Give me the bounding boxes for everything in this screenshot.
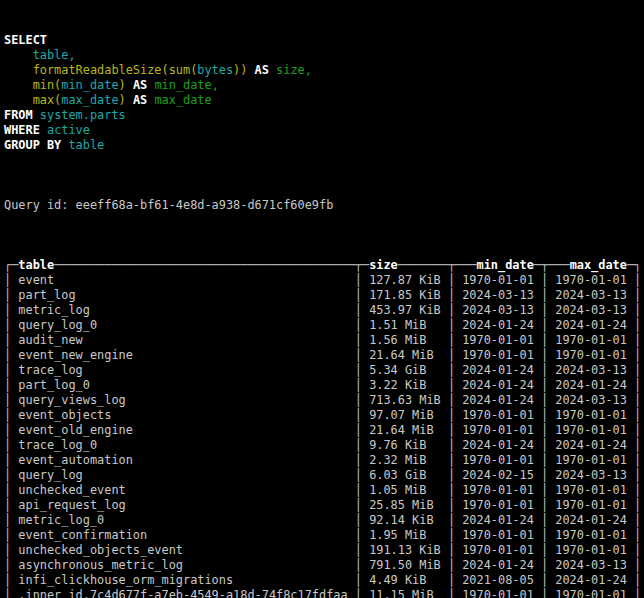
table-cell-size: 11.15 MiB (369, 588, 441, 598)
table-cell-table: event_confirmation (18, 528, 347, 542)
table-cell-size: 453.97 KiB (369, 303, 441, 317)
table-cell-max_date: 2024-01-24 (555, 378, 627, 392)
table-row: │ event │ 127.87 KiB │ 1970-01-01 │ 1970… (4, 273, 644, 288)
table-cell-max_date: 1970-01-01 (555, 348, 627, 362)
table-cell-min_date: 2024-03-13 (462, 288, 534, 302)
table-cell-size: 1.95 MiB (369, 528, 441, 542)
table-cell-max_date: 2024-03-13 (555, 393, 627, 407)
table-row: │ infi_clickhouse_orm_migrations │ 4.49 … (4, 573, 644, 588)
table-cell-min_date: 1970-01-01 (462, 528, 534, 542)
table-cell-size: 191.13 KiB (369, 543, 441, 557)
table-cell-table: asynchronous_metric_log (18, 558, 347, 572)
table-cell-max_date: 2024-01-24 (555, 438, 627, 452)
table-cell-table: query_log (18, 468, 347, 482)
table-cell-min_date: 1970-01-01 (462, 273, 534, 287)
table-cell-table: unchecked_event (18, 483, 347, 497)
table-cell-max_date: 1970-01-01 (555, 453, 627, 467)
table-cell-max_date: 2024-01-24 (555, 573, 627, 587)
table-cell-min_date: 2024-03-13 (462, 303, 534, 317)
table-cell-size: 21.64 MiB (369, 423, 441, 437)
table-cell-min_date: 1970-01-01 (462, 333, 534, 347)
table-cell-min_date: 1970-01-01 (462, 408, 534, 422)
table-cell-min_date: 1970-01-01 (462, 543, 534, 557)
sql-query: SELECT table, formatReadableSize(sum(byt… (4, 33, 644, 153)
table-cell-max_date: 2024-03-13 (555, 558, 627, 572)
table-cell-size: 21.64 MiB (369, 348, 441, 362)
table-row: │ part_log_0 │ 3.22 KiB │ 2024-01-24 │ 2… (4, 378, 644, 393)
table-row: │ query_views_log │ 713.63 MiB │ 2024-01… (4, 393, 644, 408)
table-row: │ event_old_engine │ 21.64 MiB │ 1970-01… (4, 423, 644, 438)
column-header-size: size (369, 258, 398, 272)
table-cell-table: trace_log_0 (18, 438, 347, 452)
table-cell-size: 127.87 KiB (369, 273, 441, 287)
table-cell-size: 4.49 KiB (369, 573, 441, 587)
table-row: │ event_automation │ 2.32 MiB │ 1970-01-… (4, 453, 644, 468)
table-cell-min_date: 2024-01-24 (462, 378, 534, 392)
table-cell-size: 92.14 KiB (369, 513, 441, 527)
table-cell-min_date: 2024-01-24 (462, 363, 534, 377)
table-cell-size: 1.05 MiB (369, 483, 441, 497)
table-cell-min_date: 1970-01-01 (462, 348, 534, 362)
query-id-line: Query id: eeeff68a-bf61-4e8d-a938-d671cf… (4, 198, 644, 213)
table-cell-max_date: 2024-01-24 (555, 318, 627, 332)
terminal[interactable]: SELECT table, formatReadableSize(sum(byt… (0, 0, 644, 598)
table-cell-size: 713.63 MiB (369, 393, 441, 407)
table-row: │ event_new_engine │ 21.64 MiB │ 1970-01… (4, 348, 644, 363)
table-row: │ .inner_id.7c4d677f-a7eb-4549-a18d-74f8… (4, 588, 644, 598)
table-cell-size: 791.50 MiB (369, 558, 441, 572)
table-cell-max_date: 1970-01-01 (555, 483, 627, 497)
table-cell-min_date: 2024-01-24 (462, 558, 534, 572)
query-line: max(max_date) AS max_date (4, 93, 644, 108)
table-cell-max_date: 1970-01-01 (555, 333, 627, 347)
table-cell-table: trace_log (18, 363, 347, 377)
table-cell-size: 1.51 MiB (369, 318, 441, 332)
table-row: │ metric_log │ 453.97 KiB │ 2024-03-13 │… (4, 303, 644, 318)
table-cell-min_date: 2024-01-24 (462, 438, 534, 452)
table-row: │ api_request_log │ 25.85 MiB │ 1970-01-… (4, 498, 644, 513)
table-cell-table: event_old_engine (18, 423, 347, 437)
table-cell-max_date: 1970-01-01 (555, 408, 627, 422)
query-line: min(min_date) AS min_date, (4, 78, 644, 93)
table-cell-max_date: 1970-01-01 (555, 423, 627, 437)
table-cell-table: part_log_0 (18, 378, 347, 392)
table-row: │ trace_log │ 5.34 GiB │ 2024-01-24 │ 20… (4, 363, 644, 378)
table-cell-table: query_views_log (18, 393, 347, 407)
table-cell-max_date: 2024-03-13 (555, 468, 627, 482)
table-cell-size: 25.85 MiB (369, 498, 441, 512)
table-row: │ unchecked_objects_event │ 191.13 KiB │… (4, 543, 644, 558)
column-header-table: table (18, 258, 54, 272)
table-cell-table: metric_log (18, 303, 347, 317)
table-cell-size: 171.85 KiB (369, 288, 441, 302)
table-row: │ event_confirmation │ 1.95 MiB │ 1970-0… (4, 528, 644, 543)
query-line: WHERE active (4, 123, 644, 138)
table-cell-min_date: 2024-01-24 (462, 513, 534, 527)
table-row: │ query_log_0 │ 1.51 MiB │ 2024-01-24 │ … (4, 318, 644, 333)
table-cell-size: 1.56 MiB (369, 333, 441, 347)
table-cell-min_date: 1970-01-01 (462, 453, 534, 467)
table-cell-table: unchecked_objects_event (18, 543, 347, 557)
table-cell-size: 5.34 GiB (369, 363, 441, 377)
table-cell-size: 9.76 KiB (369, 438, 441, 452)
table-cell-table: part_log (18, 288, 347, 302)
table-cell-table: event_automation (18, 453, 347, 467)
table-cell-min_date: 1970-01-01 (462, 498, 534, 512)
table-row: │ metric_log_0 │ 92.14 KiB │ 2024-01-24 … (4, 513, 644, 528)
table-row: │ query_log │ 6.03 GiB │ 2024-02-15 │ 20… (4, 468, 644, 483)
query-line: FROM system.parts (4, 108, 644, 123)
table-row: │ audit_new │ 1.56 MiB │ 1970-01-01 │ 19… (4, 333, 644, 348)
query-line: GROUP BY table (4, 138, 644, 153)
table-cell-size: 3.22 KiB (369, 378, 441, 392)
table-cell-table: api_request_log (18, 498, 347, 512)
table-cell-max_date: 1970-01-01 (555, 528, 627, 542)
table-cell-table: event (18, 273, 347, 287)
table-cell-table: infi_clickhouse_orm_migrations (18, 573, 347, 587)
table-cell-max_date: 1970-01-01 (555, 588, 627, 598)
table-row: │ asynchronous_metric_log │ 791.50 MiB │… (4, 558, 644, 573)
table-cell-table: metric_log_0 (18, 513, 347, 527)
table-header-row: ┌─table─────────────────────────────────… (4, 258, 644, 273)
table-cell-max_date: 2024-03-13 (555, 288, 627, 302)
table-cell-size: 6.03 GiB (369, 468, 441, 482)
table-row: │ trace_log_0 │ 9.76 KiB │ 2024-01-24 │ … (4, 438, 644, 453)
query-line: table, (4, 48, 644, 63)
table-cell-min_date: 1970-01-01 (462, 483, 534, 497)
